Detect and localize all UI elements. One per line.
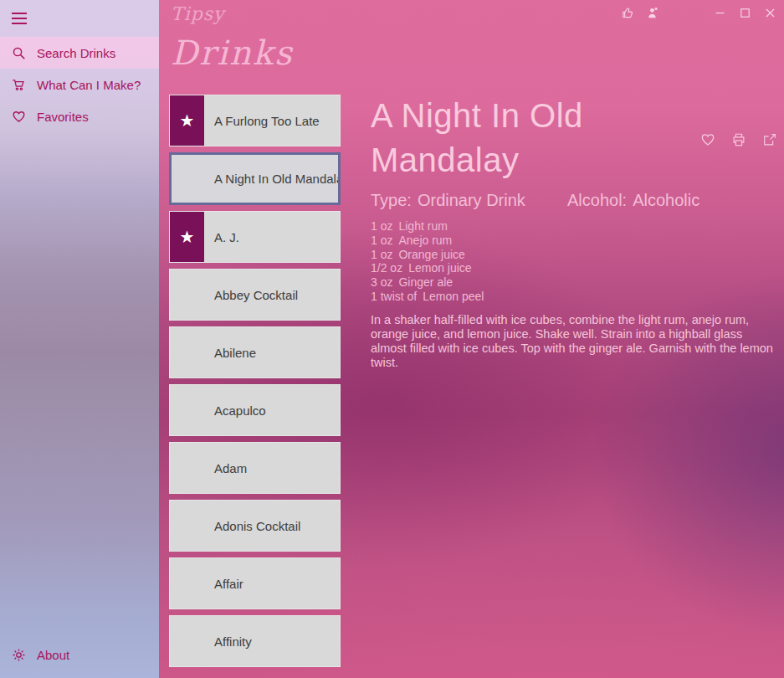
hamburger-icon	[12, 13, 27, 24]
ingredient-measure: 1 oz	[371, 234, 392, 247]
sidebar-item-label: About	[37, 648, 69, 662]
ingredient-row: 1 ozLight rum	[371, 219, 774, 234]
instructions-text: In a shaker half-filled with ice cubes, …	[371, 313, 774, 370]
search-icon	[12, 46, 26, 60]
hamburger-menu-button[interactable]	[0, 0, 159, 37]
drink-title: A Night In Old Mandalay	[371, 94, 655, 182]
tipsy-app-window: Search Drinks What Can I Make? Favorites…	[0, 0, 784, 678]
drink-list-item[interactable]: Adonis Cocktail	[169, 500, 341, 552]
sidebar-spacer	[0, 132, 159, 638]
ingredient-measure: 1 oz	[371, 248, 392, 261]
ingredient-row: 3 ozGinger ale	[371, 275, 774, 290]
ingredient-row: 1 ozOrange juice	[371, 248, 774, 262]
titlebar-buttons	[615, 0, 782, 25]
drink-list-item[interactable]: ★ A Furlong Too Late	[169, 95, 341, 146]
drink-list-item[interactable]: Adam	[169, 442, 341, 494]
ingredient-name: Light rum	[398, 219, 447, 233]
ingredient-row: 1 twist ofLemon peel	[371, 290, 774, 304]
drink-list-item[interactable]: Abbey Cocktail	[169, 269, 341, 321]
drink-list-item[interactable]: Affair	[169, 557, 341, 609]
ingredient-measure: 1/2 oz	[371, 261, 402, 275]
drink-detail: A Night In Old Mandalay Type: Ordinary D…	[371, 94, 774, 370]
titlebar-app-icons	[615, 0, 665, 25]
favorite-star-icon: ★	[170, 212, 204, 262]
feedback-icon[interactable]	[615, 0, 640, 25]
drink-name: Acapulco	[170, 403, 266, 418]
print-icon[interactable]	[731, 132, 746, 147]
ingredient-name: Ginger ale	[398, 275, 453, 289]
ingredient-measure: 1 oz	[371, 219, 392, 233]
ingredient-list: 1 ozLight rum 1 ozAnejo rum 1 ozOrange j…	[371, 219, 774, 304]
drink-actions	[700, 132, 777, 147]
drink-list-item[interactable]: A Night In Old Mandala	[169, 152, 341, 205]
sidebar-item-about[interactable]: About	[0, 638, 159, 671]
ingredient-name: Anejo rum	[398, 234, 452, 247]
drink-list-item[interactable]: ★ A. J.	[169, 211, 341, 263]
favorite-heart-icon[interactable]	[700, 132, 715, 147]
maximize-button[interactable]	[732, 0, 757, 25]
type-value: Ordinary Drink	[418, 191, 525, 210]
share-icon[interactable]	[762, 132, 777, 147]
sidebar-item-label: What Can I Make?	[37, 78, 141, 92]
drink-name: Adonis Cocktail	[170, 519, 300, 533]
gear-icon	[12, 648, 26, 662]
nav-sidebar: Search Drinks What Can I Make? Favorites…	[0, 0, 159, 678]
alcohol-label: Alcohol:	[567, 191, 627, 210]
sidebar-item-label: Search Drinks	[37, 46, 115, 60]
ingredient-measure: 1 twist of	[371, 290, 417, 303]
drink-list: ★ A Furlong Too Late A Night In Old Mand…	[169, 95, 341, 673]
drink-name: A Night In Old Mandala	[172, 172, 338, 186]
drink-meta: Type: Ordinary Drink Alcohol: Alcoholic	[371, 191, 774, 210]
drink-list-item[interactable]: Acapulco	[169, 384, 341, 436]
drink-name: Abilene	[170, 346, 256, 360]
ingredient-name: Orange juice	[398, 248, 464, 261]
ingredient-name: Lemon juice	[408, 261, 472, 275]
ingredient-measure: 3 oz	[371, 275, 392, 289]
drink-name: Affinity	[170, 634, 252, 649]
cart-icon	[12, 78, 26, 92]
page-title: Drinks	[171, 33, 294, 72]
alcohol-value: Alcoholic	[633, 191, 699, 210]
drink-name: Abbey Cocktail	[170, 288, 298, 302]
drink-name: Adam	[170, 461, 247, 475]
app-title: Tipsy	[171, 3, 225, 24]
ingredient-row: 1/2 ozLemon juice	[371, 261, 774, 275]
favorite-star-icon: ★	[170, 95, 204, 146]
sidebar-item-favorites[interactable]: Favorites	[0, 100, 159, 132]
heart-icon	[12, 110, 26, 124]
drink-name: Affair	[170, 577, 243, 591]
sidebar-item-search-drinks[interactable]: Search Drinks	[0, 37, 159, 69]
sidebar-item-what-can-i-make[interactable]: What Can I Make?	[0, 69, 159, 100]
account-icon[interactable]	[640, 0, 665, 25]
ingredient-name: Lemon peel	[423, 290, 484, 303]
sidebar-item-label: Favorites	[37, 110, 89, 124]
close-button[interactable]	[757, 0, 782, 25]
sidebar-nav: Search Drinks What Can I Make? Favorites	[0, 37, 159, 132]
type-label: Type:	[371, 191, 412, 210]
drink-list-item[interactable]: Affinity	[169, 615, 341, 667]
main-content: Tipsy	[159, 0, 784, 678]
minimize-button[interactable]	[707, 0, 732, 25]
drink-list-item[interactable]: Abilene	[169, 326, 341, 378]
ingredient-row: 1 ozAnejo rum	[371, 234, 774, 248]
titlebar: Tipsy	[159, 0, 784, 25]
